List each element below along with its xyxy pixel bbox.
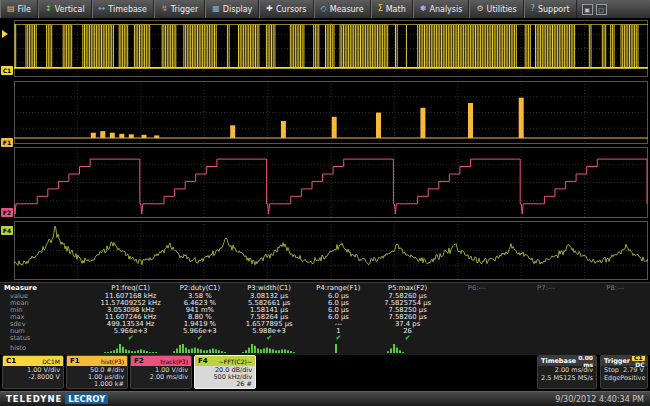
f4-label: F4 (198, 357, 208, 365)
c1-zero-marker[interactable]: C1 (1, 66, 13, 75)
math-icon: Σ (378, 5, 383, 13)
f1-hist-bar (142, 135, 147, 138)
timebase-label: Timebase (541, 357, 576, 365)
measure-cell (442, 328, 511, 335)
menu-cursors[interactable]: ✚Cursors (259, 0, 313, 18)
menu-trigger[interactable]: ↯Trigger (154, 0, 205, 18)
measure-histo-cell (304, 342, 373, 354)
f1-hist-bar (154, 135, 159, 138)
channel-descriptor-f4[interactable]: F4 ~FFT(C2)~ 20.0 dB/div 500 kHz/div 26 … (194, 355, 256, 389)
measure-status-cell: ✔ (373, 335, 442, 342)
trigger-slope: Positive (620, 374, 645, 382)
timebase-record: 2.5 MS (541, 374, 563, 382)
menu-timebase[interactable]: ↔Timebase (92, 0, 154, 18)
measure-status-cell (581, 335, 650, 342)
measure-histo-cell (442, 342, 511, 354)
mini-histogram (103, 343, 159, 353)
f1-zero-marker[interactable]: F1 (1, 138, 13, 147)
measure-column-header[interactable]: P7:--- (512, 283, 581, 293)
f2-zero-marker[interactable]: F2 (1, 208, 13, 217)
measure-histo-cell (373, 342, 442, 354)
timebase-descriptor[interactable]: Timebase 0.00 ms 2.00 ms/div 2.5 MS 125 … (537, 355, 597, 389)
menu-utilities[interactable]: ⚙Utilities (469, 0, 523, 18)
menu-extra-icon-1[interactable]: ▣ (582, 4, 593, 15)
menu-label: Vertical (55, 5, 85, 14)
measure-cell (581, 293, 650, 300)
f1-label: F1 (70, 357, 80, 365)
f2-label: F2 (134, 357, 144, 365)
waveform-area[interactable]: C1F1F2F4 (0, 18, 650, 282)
menu-display[interactable]: ▦Display (205, 0, 259, 18)
measure-status-cell: ✔ (165, 335, 234, 342)
f1-hist-bar (420, 108, 425, 138)
grid-f2[interactable] (14, 147, 648, 218)
timebase-rate: 125 MS/s (563, 374, 593, 382)
measure-cell (512, 300, 581, 307)
file-icon: ▤ (7, 5, 15, 13)
f1-hist-bar (376, 113, 381, 138)
mini-histogram (172, 343, 228, 353)
measure-cell (512, 328, 581, 335)
measure-cell (581, 314, 650, 321)
c1-label: C1 (6, 357, 16, 365)
trigger-descriptor[interactable]: Trigger C1 DC Stop 2.79 V Edge Positive (600, 355, 648, 389)
analysis-icon: ✱ (420, 5, 427, 13)
menu-label: Timebase (108, 5, 147, 14)
measure-histo-cell (581, 342, 650, 354)
measure-cell (581, 328, 650, 335)
channel-descriptor-c1[interactable]: C1 DC1M 1.00 V/div -2.8000 V (2, 355, 64, 389)
brand-teledyne: TELEDYNE (6, 394, 62, 404)
measure-cell (581, 307, 650, 314)
trigger-level-marker[interactable] (2, 30, 8, 38)
f1-count: 1.000 k# (70, 381, 124, 388)
measure-cell (581, 300, 650, 307)
f1-hist-bar (519, 98, 524, 138)
menu-file[interactable]: ▤File (0, 0, 38, 18)
c1-coupling: DC1M (18, 358, 60, 365)
c1-waveform (14, 25, 638, 68)
trigger-icon: ↯ (161, 5, 168, 13)
menu-vertical[interactable]: ↕Vertical (38, 0, 92, 18)
menu-support[interactable]: ?Support (524, 0, 577, 18)
measure-cell (512, 314, 581, 321)
f1-hist-bar (100, 131, 105, 138)
menu-bar: ▤File↕Vertical↔Timebase↯Trigger▦Display✚… (0, 0, 650, 19)
measure-row-label: histo (0, 342, 96, 354)
measure-histo-cell (235, 342, 304, 354)
channel-descriptor-f2[interactable]: F2 track(P3) 1.00 V/div 2.00 ms/div (130, 355, 192, 389)
f1-hist-bar (468, 103, 473, 138)
measure-icon: ◇ (321, 5, 327, 13)
measure-status-cell: ✔ (96, 335, 165, 342)
trigger-type: Edge (604, 374, 620, 382)
menu-label: Measure (330, 5, 364, 14)
grid-f4[interactable] (14, 221, 648, 280)
descriptor-row: C1 DC1M 1.00 V/div -2.8000 V F1 hist(P3)… (0, 355, 650, 391)
measure-histo-cell (512, 342, 581, 354)
status-bar: TELEDYNE LECROY 9/30/2012 4:40:34 PM (0, 391, 650, 406)
f4-count: 26 # (198, 381, 252, 388)
measure-column-header[interactable]: P8:--- (581, 283, 650, 293)
f1-hist-bar (332, 117, 337, 138)
f1-function: hist(P3) (82, 358, 124, 365)
vertical-icon: ↕ (45, 5, 52, 13)
menu-analysis[interactable]: ✱Analysis (413, 0, 470, 18)
measure-cell (512, 307, 581, 314)
f4-zero-marker[interactable]: F4 (1, 226, 13, 235)
grid-c1[interactable] (14, 20, 648, 77)
timebase-icon: ↔ (99, 5, 106, 13)
brand-lecroy: LECROY (65, 394, 108, 404)
menu-measure[interactable]: ◇Measure (314, 0, 371, 18)
f1-hist-bar (230, 125, 235, 138)
menu-math[interactable]: ΣMath (371, 0, 413, 18)
channel-descriptor-f1[interactable]: F1 hist(P3) 50.0 #/div 1.00 µs/div 1.000… (66, 355, 128, 389)
measure-cell (442, 300, 511, 307)
trigger-level: 2.79 V (623, 366, 644, 374)
measure-column-header[interactable]: P6:--- (442, 283, 511, 293)
menu-extra-icon-2[interactable]: ▢ (596, 4, 607, 15)
f2-function: track(P3) (146, 358, 188, 365)
measure-table: MeasureP1:freq(C1)P2:duty(C1)P3:width(C1… (0, 282, 650, 355)
grid-f1[interactable] (14, 81, 648, 144)
f1-hist-bar (281, 121, 286, 138)
mini-histogram (310, 343, 366, 353)
menu-label: Analysis (429, 5, 462, 14)
